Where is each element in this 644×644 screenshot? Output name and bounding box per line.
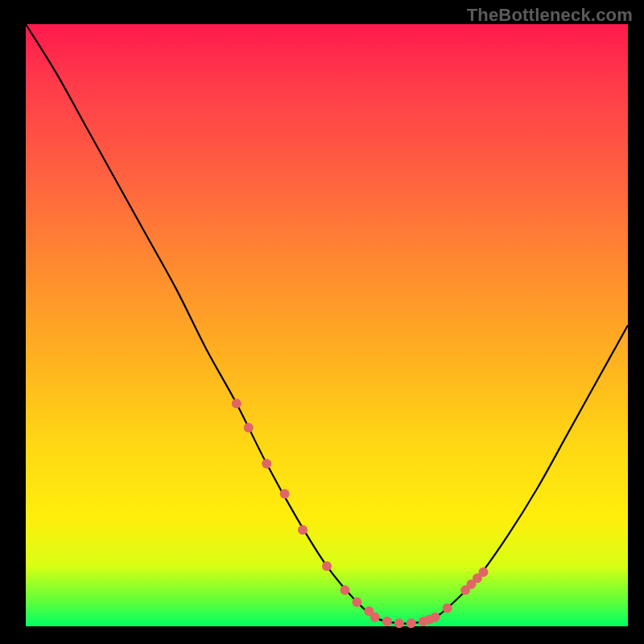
curve-marker [382,617,392,626]
chart-frame: TheBottleneck.com [0,0,644,644]
watermark-text: TheBottleneck.com [467,5,633,26]
curve-markers [232,398,489,628]
plot-area [26,24,628,626]
curve-line [26,24,628,624]
curve-marker [394,618,404,628]
curve-marker [298,525,308,535]
curve-marker [407,618,416,628]
bottleneck-curve [26,24,628,626]
curve-marker [370,613,380,622]
curve-marker [322,561,332,571]
curve-marker [443,604,452,613]
curve-marker [478,568,488,577]
curve-marker [431,613,440,622]
curve-marker [262,459,271,469]
curve-marker [244,423,254,432]
curve-marker [232,398,242,408]
curve-marker [352,597,361,607]
curve-marker [280,489,290,498]
curve-marker [340,585,349,595]
